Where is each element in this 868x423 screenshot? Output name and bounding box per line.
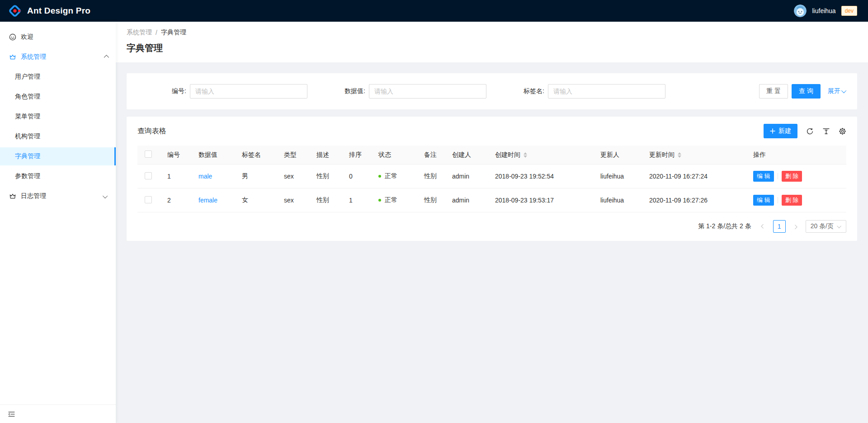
- cell-label: 女: [235, 188, 277, 212]
- cell-type: sex: [277, 164, 309, 188]
- col-header-label: 标签名: [235, 146, 277, 164]
- reset-button[interactable]: 重 置: [759, 84, 788, 99]
- search-button[interactable]: 查 询: [792, 84, 821, 99]
- col-header-status: 状态: [371, 146, 417, 164]
- crown-icon: [9, 53, 16, 61]
- action-divider: [778, 173, 778, 179]
- col-header-remark: 备注: [417, 146, 445, 164]
- id-input[interactable]: [190, 84, 307, 99]
- delete-button[interactable]: 删 除: [782, 195, 802, 206]
- col-header-sort: 排序: [342, 146, 371, 164]
- breadcrumb: 系统管理 / 字典管理: [127, 28, 857, 37]
- prev-page-button[interactable]: [757, 220, 769, 233]
- cell-updater: liufeihua: [593, 164, 642, 188]
- cell-desc: 性别: [309, 188, 342, 212]
- username[interactable]: liufeihua: [812, 7, 835, 14]
- cell-value-link[interactable]: male: [198, 173, 212, 180]
- sidebar: 欢迎 系统管理 用户管理 角色管理 菜单管理 机构管: [0, 22, 116, 423]
- sidebar-item-label: 欢迎: [21, 33, 33, 41]
- tag-input[interactable]: [548, 84, 665, 99]
- sort-carets-icon: [678, 152, 681, 158]
- page-size-select[interactable]: 20 条/页: [806, 220, 846, 233]
- smile-icon: [9, 33, 16, 41]
- table-row: 1 male 男 sex 性别 0 正常 性别 admin 2018-09-23…: [137, 164, 846, 188]
- chevron-down-icon: [841, 88, 846, 93]
- cell-id: 2: [160, 188, 191, 212]
- app-title: Ant Design Pro: [27, 6, 90, 16]
- cell-status: 正常: [371, 164, 417, 188]
- logo-area[interactable]: Ant Design Pro: [8, 4, 90, 18]
- table-row: 2 female 女 sex 性别 1 正常 性别 admin 2018-09-…: [137, 188, 846, 212]
- cell-created: 2018-09-23 19:52:54: [488, 164, 593, 188]
- sidebar-item-param-mgmt[interactable]: 参数管理: [0, 167, 116, 185]
- col-header-creator: 创建人: [445, 146, 488, 164]
- filter-label-id: 编号:: [137, 87, 190, 95]
- avatar[interactable]: [794, 5, 807, 17]
- next-page-button[interactable]: [789, 220, 802, 233]
- cell-actions: 编 辑删 除: [746, 188, 846, 212]
- filter-field-value: 数据值:: [316, 84, 495, 99]
- filter-card: 编号: 数据值: 标签名: 重 置 查 询 展开: [127, 73, 857, 109]
- sidebar-item-user-mgmt[interactable]: 用户管理: [0, 68, 116, 86]
- col-header-value: 数据值: [191, 146, 235, 164]
- sidebar-item-log-mgmt[interactable]: 日志管理: [0, 187, 116, 205]
- edit-button[interactable]: 编 辑: [753, 195, 774, 206]
- page-title: 字典管理: [127, 42, 857, 54]
- chevron-down-icon: [837, 224, 841, 228]
- row-checkbox[interactable]: [145, 196, 152, 203]
- cell-creator: admin: [445, 164, 488, 188]
- cell-id: 1: [160, 164, 191, 188]
- cell-created: 2018-09-23 19:53:17: [488, 188, 593, 212]
- breadcrumb-item-current: 字典管理: [161, 28, 186, 37]
- settings-gear-icon[interactable]: [839, 127, 846, 135]
- sort-updated-time[interactable]: 更新时间: [649, 151, 681, 159]
- edit-button[interactable]: 编 辑: [753, 171, 774, 182]
- expand-link[interactable]: 展开: [828, 87, 846, 95]
- crown-icon: [9, 193, 16, 200]
- column-height-icon[interactable]: [822, 127, 830, 135]
- cell-updater: liufeihua: [593, 188, 642, 212]
- status-dot-icon: [378, 199, 381, 202]
- col-header-actions: 操作: [746, 146, 846, 164]
- toolbar-actions: 新建: [764, 124, 846, 138]
- cell-remark: 性别: [417, 188, 445, 212]
- sidebar-item-welcome[interactable]: 欢迎: [0, 28, 116, 46]
- cell-type: sex: [277, 188, 309, 212]
- select-all-checkbox[interactable]: [145, 150, 152, 158]
- col-header-id: 编号: [160, 146, 191, 164]
- cell-status: 正常: [371, 188, 417, 212]
- sidebar-item-org-mgmt[interactable]: 机构管理: [0, 127, 116, 146]
- row-checkbox[interactable]: [145, 172, 152, 179]
- cell-updated: 2020-11-09 16:27:24: [642, 164, 746, 188]
- new-button[interactable]: 新建: [764, 124, 797, 138]
- sidebar-item-menu-mgmt[interactable]: 菜单管理: [0, 108, 116, 126]
- pagination-total: 第 1-2 条/总共 2 条: [698, 222, 751, 230]
- collapse-sider-icon[interactable]: [8, 410, 15, 418]
- cell-sort: 0: [342, 164, 371, 188]
- sort-carets-icon: [524, 152, 527, 158]
- col-header-updater: 更新人: [593, 146, 642, 164]
- pagination: 第 1-2 条/总共 2 条 1 20 条/页: [137, 219, 846, 234]
- sort-created-time[interactable]: 创建时间: [495, 151, 527, 159]
- breadcrumb-item[interactable]: 系统管理: [127, 28, 152, 37]
- breadcrumb-separator: /: [156, 29, 157, 36]
- sidebar-menu: 欢迎 系统管理 用户管理 角色管理 菜单管理 机构管: [0, 22, 116, 207]
- col-header-type: 类型: [277, 146, 309, 164]
- table-header-row: 编号 数据值 标签名 类型 描述 排序 状态 备注 创建人: [137, 146, 846, 164]
- chevron-right-icon: [793, 225, 797, 229]
- delete-button[interactable]: 删 除: [782, 171, 802, 182]
- value-input[interactable]: [369, 84, 486, 99]
- page-number-button[interactable]: 1: [773, 220, 786, 233]
- sidebar-item-role-mgmt[interactable]: 角色管理: [0, 88, 116, 106]
- cell-updated: 2020-11-09 16:27:26: [642, 188, 746, 212]
- reload-icon[interactable]: [806, 127, 814, 135]
- sidebar-item-system-mgmt[interactable]: 系统管理: [0, 48, 116, 66]
- cell-creator: admin: [445, 188, 488, 212]
- sidebar-item-dict-mgmt[interactable]: 字典管理: [0, 147, 116, 165]
- filter-field-id: 编号:: [137, 84, 316, 99]
- cell-value-link[interactable]: female: [198, 197, 217, 204]
- action-divider: [778, 197, 778, 203]
- sidebar-item-label: 日志管理: [21, 192, 46, 200]
- status-dot-icon: [378, 175, 381, 178]
- cell-remark: 性别: [417, 164, 445, 188]
